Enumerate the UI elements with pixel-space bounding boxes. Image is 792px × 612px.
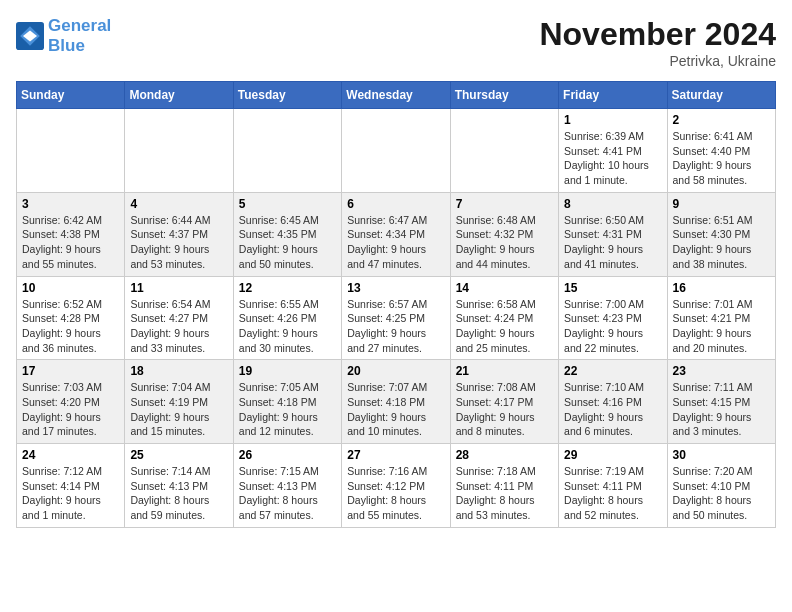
table-row xyxy=(233,109,341,193)
day-number: 13 xyxy=(347,281,444,295)
table-row: 10Sunrise: 6:52 AMSunset: 4:28 PMDayligh… xyxy=(17,276,125,360)
day-number: 28 xyxy=(456,448,553,462)
col-sunday: Sunday xyxy=(17,82,125,109)
day-info: Sunrise: 6:44 AMSunset: 4:37 PMDaylight:… xyxy=(130,213,227,272)
day-info: Sunrise: 7:05 AMSunset: 4:18 PMDaylight:… xyxy=(239,380,336,439)
table-row: 24Sunrise: 7:12 AMSunset: 4:14 PMDayligh… xyxy=(17,444,125,528)
day-info: Sunrise: 7:18 AMSunset: 4:11 PMDaylight:… xyxy=(456,464,553,523)
day-info: Sunrise: 7:20 AMSunset: 4:10 PMDaylight:… xyxy=(673,464,770,523)
day-number: 6 xyxy=(347,197,444,211)
table-row: 4Sunrise: 6:44 AMSunset: 4:37 PMDaylight… xyxy=(125,192,233,276)
day-number: 19 xyxy=(239,364,336,378)
day-number: 11 xyxy=(130,281,227,295)
col-saturday: Saturday xyxy=(667,82,775,109)
table-row: 2Sunrise: 6:41 AMSunset: 4:40 PMDaylight… xyxy=(667,109,775,193)
table-row xyxy=(125,109,233,193)
day-number: 4 xyxy=(130,197,227,211)
day-info: Sunrise: 7:14 AMSunset: 4:13 PMDaylight:… xyxy=(130,464,227,523)
table-row: 14Sunrise: 6:58 AMSunset: 4:24 PMDayligh… xyxy=(450,276,558,360)
day-info: Sunrise: 6:50 AMSunset: 4:31 PMDaylight:… xyxy=(564,213,661,272)
day-info: Sunrise: 7:11 AMSunset: 4:15 PMDaylight:… xyxy=(673,380,770,439)
day-number: 14 xyxy=(456,281,553,295)
day-info: Sunrise: 7:08 AMSunset: 4:17 PMDaylight:… xyxy=(456,380,553,439)
calendar-week-row: 3Sunrise: 6:42 AMSunset: 4:38 PMDaylight… xyxy=(17,192,776,276)
day-number: 3 xyxy=(22,197,119,211)
day-number: 20 xyxy=(347,364,444,378)
table-row: 12Sunrise: 6:55 AMSunset: 4:26 PMDayligh… xyxy=(233,276,341,360)
calendar-table: Sunday Monday Tuesday Wednesday Thursday… xyxy=(16,81,776,528)
table-row: 27Sunrise: 7:16 AMSunset: 4:12 PMDayligh… xyxy=(342,444,450,528)
col-friday: Friday xyxy=(559,82,667,109)
calendar-week-row: 1Sunrise: 6:39 AMSunset: 4:41 PMDaylight… xyxy=(17,109,776,193)
day-number: 16 xyxy=(673,281,770,295)
day-info: Sunrise: 6:51 AMSunset: 4:30 PMDaylight:… xyxy=(673,213,770,272)
table-row: 1Sunrise: 6:39 AMSunset: 4:41 PMDaylight… xyxy=(559,109,667,193)
table-row: 6Sunrise: 6:47 AMSunset: 4:34 PMDaylight… xyxy=(342,192,450,276)
day-info: Sunrise: 7:15 AMSunset: 4:13 PMDaylight:… xyxy=(239,464,336,523)
day-number: 7 xyxy=(456,197,553,211)
day-info: Sunrise: 6:54 AMSunset: 4:27 PMDaylight:… xyxy=(130,297,227,356)
table-row: 18Sunrise: 7:04 AMSunset: 4:19 PMDayligh… xyxy=(125,360,233,444)
day-number: 18 xyxy=(130,364,227,378)
table-row: 22Sunrise: 7:10 AMSunset: 4:16 PMDayligh… xyxy=(559,360,667,444)
table-row: 9Sunrise: 6:51 AMSunset: 4:30 PMDaylight… xyxy=(667,192,775,276)
day-number: 1 xyxy=(564,113,661,127)
day-info: Sunrise: 6:42 AMSunset: 4:38 PMDaylight:… xyxy=(22,213,119,272)
day-info: Sunrise: 7:12 AMSunset: 4:14 PMDaylight:… xyxy=(22,464,119,523)
table-row xyxy=(342,109,450,193)
day-info: Sunrise: 6:39 AMSunset: 4:41 PMDaylight:… xyxy=(564,129,661,188)
day-info: Sunrise: 7:03 AMSunset: 4:20 PMDaylight:… xyxy=(22,380,119,439)
table-row: 25Sunrise: 7:14 AMSunset: 4:13 PMDayligh… xyxy=(125,444,233,528)
logo-text: General Blue xyxy=(48,16,111,55)
table-row: 15Sunrise: 7:00 AMSunset: 4:23 PMDayligh… xyxy=(559,276,667,360)
day-number: 17 xyxy=(22,364,119,378)
page-header: General Blue November 2024 Petrivka, Ukr… xyxy=(16,16,776,69)
day-number: 29 xyxy=(564,448,661,462)
calendar-header-row: Sunday Monday Tuesday Wednesday Thursday… xyxy=(17,82,776,109)
day-info: Sunrise: 7:00 AMSunset: 4:23 PMDaylight:… xyxy=(564,297,661,356)
day-info: Sunrise: 7:19 AMSunset: 4:11 PMDaylight:… xyxy=(564,464,661,523)
title-block: November 2024 Petrivka, Ukraine xyxy=(539,16,776,69)
logo-icon xyxy=(16,22,44,50)
day-number: 5 xyxy=(239,197,336,211)
table-row: 8Sunrise: 6:50 AMSunset: 4:31 PMDaylight… xyxy=(559,192,667,276)
table-row: 26Sunrise: 7:15 AMSunset: 4:13 PMDayligh… xyxy=(233,444,341,528)
day-number: 30 xyxy=(673,448,770,462)
table-row: 30Sunrise: 7:20 AMSunset: 4:10 PMDayligh… xyxy=(667,444,775,528)
col-tuesday: Tuesday xyxy=(233,82,341,109)
day-info: Sunrise: 6:58 AMSunset: 4:24 PMDaylight:… xyxy=(456,297,553,356)
month-title: November 2024 xyxy=(539,16,776,53)
day-number: 23 xyxy=(673,364,770,378)
table-row xyxy=(17,109,125,193)
day-info: Sunrise: 7:07 AMSunset: 4:18 PMDaylight:… xyxy=(347,380,444,439)
day-number: 9 xyxy=(673,197,770,211)
day-number: 12 xyxy=(239,281,336,295)
table-row xyxy=(450,109,558,193)
col-monday: Monday xyxy=(125,82,233,109)
day-info: Sunrise: 6:45 AMSunset: 4:35 PMDaylight:… xyxy=(239,213,336,272)
table-row: 7Sunrise: 6:48 AMSunset: 4:32 PMDaylight… xyxy=(450,192,558,276)
day-info: Sunrise: 6:48 AMSunset: 4:32 PMDaylight:… xyxy=(456,213,553,272)
day-number: 25 xyxy=(130,448,227,462)
location-subtitle: Petrivka, Ukraine xyxy=(539,53,776,69)
table-row: 16Sunrise: 7:01 AMSunset: 4:21 PMDayligh… xyxy=(667,276,775,360)
table-row: 28Sunrise: 7:18 AMSunset: 4:11 PMDayligh… xyxy=(450,444,558,528)
day-info: Sunrise: 7:16 AMSunset: 4:12 PMDaylight:… xyxy=(347,464,444,523)
day-info: Sunrise: 6:47 AMSunset: 4:34 PMDaylight:… xyxy=(347,213,444,272)
day-info: Sunrise: 7:01 AMSunset: 4:21 PMDaylight:… xyxy=(673,297,770,356)
table-row: 29Sunrise: 7:19 AMSunset: 4:11 PMDayligh… xyxy=(559,444,667,528)
table-row: 3Sunrise: 6:42 AMSunset: 4:38 PMDaylight… xyxy=(17,192,125,276)
day-number: 22 xyxy=(564,364,661,378)
day-number: 27 xyxy=(347,448,444,462)
day-number: 26 xyxy=(239,448,336,462)
table-row: 5Sunrise: 6:45 AMSunset: 4:35 PMDaylight… xyxy=(233,192,341,276)
day-info: Sunrise: 7:04 AMSunset: 4:19 PMDaylight:… xyxy=(130,380,227,439)
table-row: 19Sunrise: 7:05 AMSunset: 4:18 PMDayligh… xyxy=(233,360,341,444)
day-number: 15 xyxy=(564,281,661,295)
logo: General Blue xyxy=(16,16,111,55)
col-thursday: Thursday xyxy=(450,82,558,109)
table-row: 11Sunrise: 6:54 AMSunset: 4:27 PMDayligh… xyxy=(125,276,233,360)
day-info: Sunrise: 7:10 AMSunset: 4:16 PMDaylight:… xyxy=(564,380,661,439)
day-info: Sunrise: 6:55 AMSunset: 4:26 PMDaylight:… xyxy=(239,297,336,356)
day-number: 10 xyxy=(22,281,119,295)
